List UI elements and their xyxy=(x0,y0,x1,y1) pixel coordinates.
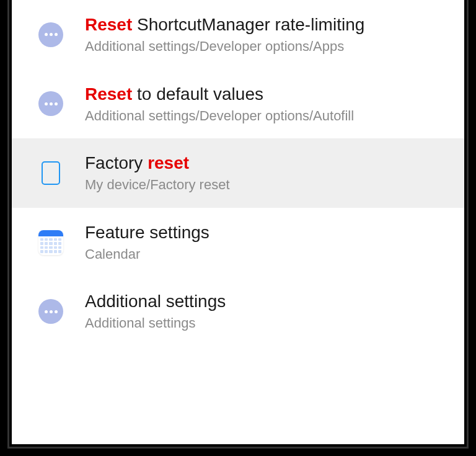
result-title: Reset to default values xyxy=(85,83,354,105)
result-factory-reset[interactable]: Factory reset My device/Factory reset xyxy=(12,138,464,208)
result-feature-settings[interactable]: Feature settings Calendar xyxy=(12,208,464,277)
result-title: Reset ShortcutManager rate-limiting xyxy=(85,14,364,35)
result-title: Feature settings xyxy=(85,221,209,243)
result-additional-settings[interactable]: Additional settings Additional settings xyxy=(12,277,464,346)
calendar-icon xyxy=(38,230,64,256)
phone-inner: Reset ShortcutManager rate-limiting Addi… xyxy=(7,0,469,449)
more-icon xyxy=(38,298,64,324)
screen: Reset ShortcutManager rate-limiting Addi… xyxy=(12,0,464,444)
result-text: Factory reset My device/Factory reset xyxy=(85,152,230,194)
more-icon xyxy=(38,22,64,48)
result-path: My device/Factory reset xyxy=(85,176,230,194)
result-reset-default-values[interactable]: Reset to default values Additional setti… xyxy=(12,69,464,139)
result-text: Reset to default values Additional setti… xyxy=(85,83,354,125)
result-text: Reset ShortcutManager rate-limiting Addi… xyxy=(85,14,364,56)
result-path: Calendar xyxy=(85,246,209,264)
result-text: Feature settings Calendar xyxy=(85,221,209,264)
result-path: Additional settings/Developer options/Ap… xyxy=(85,38,364,56)
device-icon xyxy=(38,160,64,186)
result-reset-shortcutmanager[interactable]: Reset ShortcutManager rate-limiting Addi… xyxy=(12,0,464,69)
more-icon xyxy=(38,91,64,117)
result-text: Additional settings Additional settings xyxy=(85,290,226,333)
result-title: Factory reset xyxy=(85,152,230,174)
search-results-list: Reset ShortcutManager rate-limiting Addi… xyxy=(12,0,464,346)
phone-frame: Reset ShortcutManager rate-limiting Addi… xyxy=(0,0,476,456)
result-path: Additional settings xyxy=(85,315,226,333)
result-path: Additional settings/Developer options/Au… xyxy=(85,107,354,125)
result-title: Additional settings xyxy=(85,290,226,312)
